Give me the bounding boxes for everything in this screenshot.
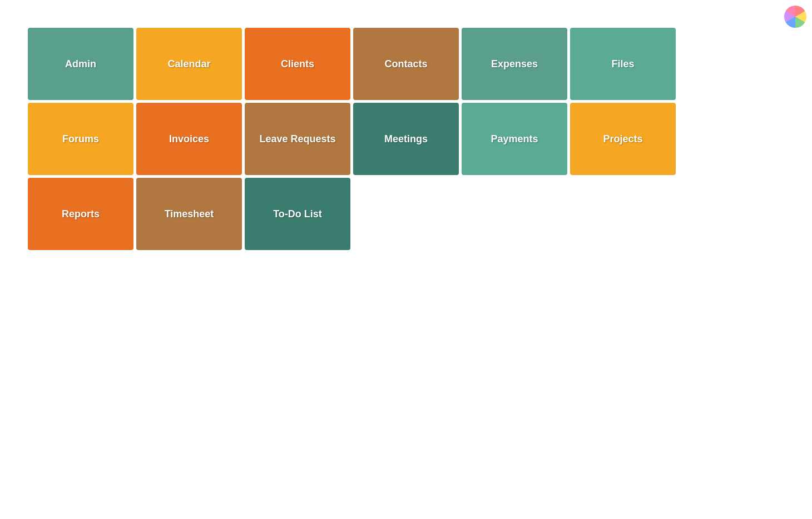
- tile-label-expenses: Expenses: [486, 53, 543, 76]
- tile-projects[interactable]: Projects: [570, 103, 676, 175]
- tile-timesheet[interactable]: Timesheet: [136, 178, 242, 250]
- tile-calendar[interactable]: Calendar: [136, 28, 242, 100]
- avatar[interactable]: [784, 6, 806, 28]
- tile-label-meetings: Meetings: [379, 128, 433, 151]
- tile-meetings[interactable]: Meetings: [353, 103, 459, 175]
- tile-todo-list[interactable]: To-Do List: [245, 178, 350, 250]
- tile-invoices[interactable]: Invoices: [136, 103, 242, 175]
- tile-leave-requests[interactable]: Leave Requests: [245, 103, 350, 175]
- tile-contacts[interactable]: Contacts: [353, 28, 459, 100]
- tile-files[interactable]: Files: [570, 28, 676, 100]
- tile-label-contacts: Contacts: [379, 53, 433, 76]
- tile-forums[interactable]: Forums: [28, 103, 133, 175]
- tile-admin[interactable]: Admin: [28, 28, 133, 100]
- tile-label-projects: Projects: [597, 128, 648, 151]
- tile-label-invoices: Invoices: [164, 128, 215, 151]
- tile-label-todo-list: To-Do List: [268, 203, 328, 226]
- tile-label-timesheet: Timesheet: [159, 203, 220, 226]
- tile-label-calendar: Calendar: [162, 53, 216, 76]
- tile-label-reports: Reports: [56, 203, 105, 226]
- tile-label-payments: Payments: [485, 128, 543, 151]
- tile-label-leave-requests: Leave Requests: [254, 128, 341, 151]
- tile-label-clients: Clients: [275, 53, 320, 76]
- tile-label-forums: Forums: [57, 128, 105, 151]
- tile-expenses[interactable]: Expenses: [462, 28, 567, 100]
- tile-payments[interactable]: Payments: [462, 103, 567, 175]
- tile-grid: AdminCalendarClientsContactsExpensesFile…: [0, 0, 812, 250]
- tile-label-admin: Admin: [60, 53, 102, 76]
- tile-reports[interactable]: Reports: [28, 178, 133, 250]
- tile-clients[interactable]: Clients: [245, 28, 350, 100]
- tile-label-files: Files: [606, 53, 640, 76]
